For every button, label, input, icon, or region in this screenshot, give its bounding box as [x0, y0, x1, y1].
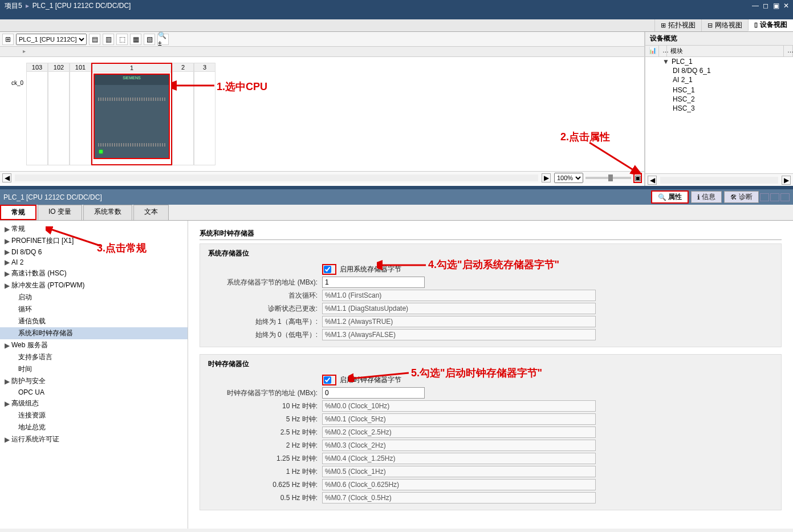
- tab-general[interactable]: 常规: [0, 205, 36, 220]
- overview-tree[interactable]: ▼PLC_1DI 8/DQ 6_1AI 2_1HSC_1HSC_2HSC_3: [645, 57, 793, 173]
- clock-row-value: %M0.5 (Clock_1Hz): [322, 466, 596, 477]
- nav-item[interactable]: OPC UA: [0, 387, 188, 397]
- props-title-text: PLC_1 [CPU 1212C DC/DC/DC]: [3, 193, 102, 201]
- nav-item[interactable]: ▶PROFINET接口 [X1]: [0, 235, 188, 247]
- nav-item-label: DI 8/DQ 6: [11, 248, 183, 256]
- tree-row[interactable]: HSC_1: [645, 86, 793, 95]
- scroll-right[interactable]: ▶: [542, 173, 551, 182]
- expand-handle[interactable]: ▸: [23, 48, 26, 54]
- cpu-io-top: [98, 98, 165, 101]
- zoom-fit-icon[interactable]: 🔍±: [157, 34, 169, 45]
- ov-scrollbar[interactable]: [660, 177, 778, 184]
- tree-row[interactable]: HSC_2: [645, 95, 793, 104]
- slot-102[interactable]: 102: [48, 63, 70, 165]
- diag-value: %M1.1 (DiagStatusUpdate): [322, 303, 596, 314]
- clock-row-label: 0.625 Hz 时钟:: [208, 480, 322, 490]
- props-tab-properties[interactable]: 🔍属性: [651, 190, 689, 204]
- nav-item[interactable]: ▶常规: [0, 223, 188, 235]
- enable-clock-memory-checkbox[interactable]: [324, 376, 331, 384]
- tab-network[interactable]: ⊟网络视图: [701, 19, 748, 31]
- ov-scroll-right[interactable]: ▶: [782, 176, 791, 185]
- breadcrumb-project: 项目5: [2, 1, 25, 11]
- slot-1-cpu[interactable]: 1 SIEMENS: [91, 63, 172, 165]
- clock-row-label: 1.25 Hz 时钟:: [208, 454, 322, 464]
- nav-item[interactable]: ▶防护与安全: [0, 375, 188, 387]
- tree-row[interactable]: AI 2_1: [645, 75, 793, 84]
- tool-btn-3[interactable]: ⬚: [116, 34, 128, 45]
- col-module[interactable]: 模块: [667, 46, 784, 56]
- tab-sys-const[interactable]: 系统常数: [83, 205, 132, 220]
- ov-scroll-left[interactable]: ◀: [648, 176, 657, 185]
- maximize-button[interactable]: ▣: [771, 2, 780, 10]
- nav-item[interactable]: 通信负载: [0, 315, 188, 327]
- prop-tabs: 常规 IO 变量 系统常数 文本: [0, 205, 793, 221]
- rack-ruler: ▸: [0, 47, 644, 57]
- slot-101[interactable]: 101: [70, 63, 91, 165]
- nav-item[interactable]: ▶DI 8/DQ 6: [0, 247, 188, 257]
- nav-tree[interactable]: ▶常规▶PROFINET接口 [X1]▶DI 8/DQ 6▶AI 2▶高速计数器…: [0, 221, 188, 529]
- nav-item[interactable]: 启动: [0, 291, 188, 303]
- nav-icon[interactable]: ⊞: [2, 34, 14, 45]
- props-btn-1[interactable]: [760, 193, 769, 201]
- tab-topology[interactable]: ⊞拓扑视图: [654, 19, 701, 31]
- info-icon: ℹ: [697, 193, 700, 201]
- tool-btn-5[interactable]: ▧: [144, 34, 155, 45]
- props-btn-3[interactable]: [780, 193, 790, 201]
- tree-row[interactable]: HSC_3: [645, 104, 793, 113]
- clock-row-value: %M0.3 (Clock_2Hz): [322, 440, 596, 451]
- clock-row-label: 10 Hz 时钟:: [208, 401, 322, 411]
- nav-item[interactable]: ▶高级组态: [0, 397, 188, 409]
- nav-item-label: 通信负载: [11, 316, 183, 326]
- props-tab-info[interactable]: ℹ信息: [691, 191, 722, 203]
- breadcrumb-device: PLC_1 [CPU 1212C DC/DC/DC]: [30, 2, 133, 10]
- first-scan-value: %M1.0 (FirstScan): [322, 290, 596, 301]
- nav-item[interactable]: 系统和时钟存储器: [0, 327, 188, 339]
- close-button[interactable]: ✕: [782, 2, 791, 10]
- cpu-module[interactable]: SIEMENS: [93, 74, 170, 159]
- zoom-slider[interactable]: [585, 177, 631, 179]
- zoom-select[interactable]: 100%: [554, 173, 583, 183]
- tab-io-var[interactable]: IO 变量: [38, 205, 82, 220]
- nav-item-label: 高速计数器 (HSC): [11, 269, 183, 278]
- system-memory-group: 系统存储器位 启用系统存储器字节 系统存储器字节的地址 (MBx): 首次循环:…: [200, 243, 782, 347]
- tab-device[interactable]: ▯设备视图: [748, 19, 793, 31]
- sys-addr-input[interactable]: [322, 277, 425, 288]
- h-scrollbar[interactable]: [15, 174, 538, 181]
- tree-row[interactable]: ▼PLC_1: [645, 57, 793, 66]
- props-btn-2[interactable]: [770, 193, 779, 201]
- nav-item[interactable]: 连接资源: [0, 409, 188, 421]
- tree-row[interactable]: DI 8/DQ 6_1: [645, 66, 793, 75]
- content-pane: 系统和时钟存储器 系统存储器位 启用系统存储器字节 系统存储器字节的地址 (MB…: [188, 221, 793, 529]
- overview-panel: 设备概览 📊 … 模块 … ▼PLC_1DI 8/DQ 6_1AI 2_1HSC…: [645, 32, 793, 186]
- tab-text[interactable]: 文本: [133, 205, 169, 220]
- clock-row-value: %M0.1 (Clock_5Hz): [322, 413, 596, 425]
- scroll-left[interactable]: ◀: [2, 173, 11, 182]
- chevron-icon: ▶: [5, 237, 11, 245]
- minimize-button[interactable]: —: [751, 2, 760, 10]
- nav-item[interactable]: ▶高速计数器 (HSC): [0, 267, 188, 279]
- slot-103[interactable]: 103: [26, 63, 48, 165]
- device-selector[interactable]: PLC_1 [CPU 1212C]: [16, 34, 87, 45]
- nav-item[interactable]: ▶Web 服务器: [0, 339, 188, 351]
- nav-item[interactable]: ▶运行系统许可证: [0, 433, 188, 445]
- tool-btn-4[interactable]: ▦: [130, 34, 141, 45]
- nav-item[interactable]: 循环: [0, 303, 188, 315]
- tool-btn-2[interactable]: ▥: [103, 34, 114, 45]
- title-bar: 项目5 ▸ PLC_1 [CPU 1212C DC/DC/DC] — ◻ ▣ ✕: [0, 0, 793, 11]
- enable-sys-memory-checkbox[interactable]: [324, 266, 331, 273]
- nav-item[interactable]: ▶AI 2: [0, 257, 188, 267]
- tool-btn-1[interactable]: ▤: [89, 34, 100, 45]
- clk-addr-input[interactable]: [322, 387, 425, 399]
- nav-item[interactable]: 地址总览: [0, 421, 188, 433]
- nav-item-label: OPC UA: [11, 388, 183, 396]
- props-tab-diag[interactable]: 🛠诊断: [724, 191, 759, 203]
- slot-2[interactable]: 2: [172, 63, 194, 165]
- collapse-icon[interactable]: ▣: [633, 173, 642, 183]
- restore-button[interactable]: ◻: [761, 2, 770, 10]
- slot-3[interactable]: 3: [194, 63, 215, 165]
- nav-item[interactable]: 支持多语言: [0, 351, 188, 363]
- rack-view[interactable]: ck_0 103 102 101 1 SIEMENS 2: [0, 57, 644, 171]
- chevron-icon: ▶: [5, 377, 11, 385]
- nav-item[interactable]: ▶脉冲发生器 (PTO/PWM): [0, 279, 188, 291]
- nav-item[interactable]: 时间: [0, 363, 188, 375]
